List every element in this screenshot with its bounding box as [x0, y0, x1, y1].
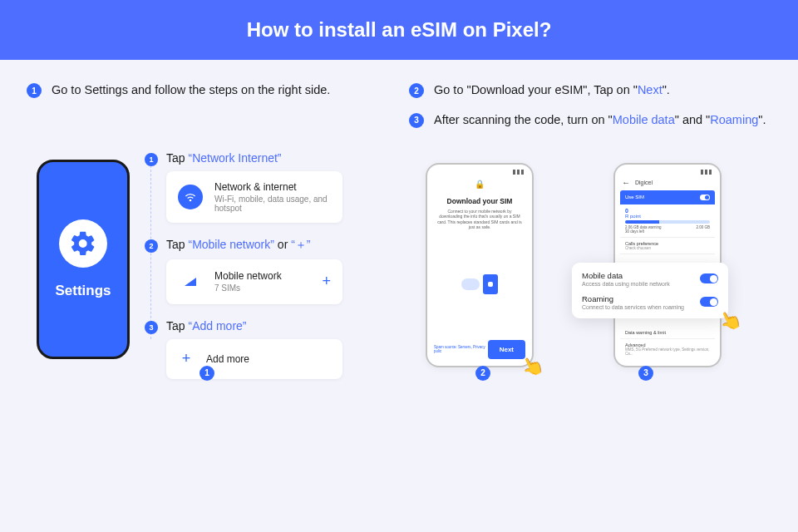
card-title: Add more — [206, 353, 249, 365]
roaming-toggle-row[interactable]: RoamingConnect to data services when roa… — [582, 294, 718, 310]
cloud-icon — [461, 278, 480, 290]
lock-icon: 🔒 — [432, 180, 527, 189]
step-2-title: Tap “Mobile network” or “＋” — [166, 238, 342, 253]
instruction-1: 1 Go to Settings and follow the steps on… — [27, 81, 330, 100]
phone-status-bar — [432, 170, 527, 176]
download-sim-desc: Connect to your mobile network by downlo… — [432, 209, 527, 230]
gear-icon — [59, 219, 107, 268]
phone-sim-col: Digicel Use SIM 0 R point 2.06 GB data w… — [613, 163, 722, 367]
roaming-link: Roaming — [710, 113, 758, 126]
advanced-row[interactable]: AdvancedMMS, 5G Preferred network type, … — [620, 339, 715, 359]
instruction-3: 3 After scanning the code, turn on "Mobi… — [409, 111, 771, 130]
intro-instructions: 1 Go to Settings and follow the steps on… — [0, 60, 798, 136]
mobile-data-roaming-callout: Mobile dataAccess data using mobile netw… — [572, 263, 728, 318]
mobile-data-toggle-row[interactable]: Mobile dataAccess data using mobile netw… — [582, 271, 718, 287]
data-usage-block: 0 R point 2.06 GB data warning30 days le… — [620, 204, 715, 238]
panel-footer-badge: 2 — [475, 366, 490, 381]
panel-phone-mocks: 🔒 Download your SIM Connect to your mobi… — [369, 136, 778, 392]
instruction-2-text: Go to "Download your eSIM", Tap on "Next… — [434, 81, 670, 100]
panel-footer-badge: 3 — [638, 366, 653, 381]
step-3: 3 Tap “Add more” + Add more — [145, 319, 342, 379]
network-internet-card[interactable]: Network & internet Wi-Fi, mobile, data u… — [166, 171, 342, 223]
card-sub: Wi-Fi, mobile, data usage, and hotspot — [214, 195, 331, 213]
sim-card-icon — [483, 274, 498, 294]
toggle-on-icon — [700, 297, 718, 307]
step-number-badge: 2 — [409, 83, 424, 98]
mobile-network-card[interactable]: Mobile network 7 SIMs + — [166, 259, 342, 304]
use-sim-toggle-row[interactable]: Use SIM — [620, 190, 715, 204]
plus-icon[interactable]: + — [322, 273, 331, 290]
download-illustration — [432, 230, 527, 338]
instruction-1-text: Go to Settings and follow the steps on t… — [52, 81, 330, 100]
phone-download-col: 🔒 Download your SIM Connect to your mobi… — [426, 163, 534, 367]
card-title: Network & internet — [214, 181, 331, 193]
panel-settings-steps: Settings 1 Tap “Network Internet” Networ… — [20, 136, 359, 392]
settings-label: Settings — [55, 283, 111, 299]
data-progress-bar — [625, 220, 710, 224]
data-warning-row[interactable]: Data warning & limit — [620, 327, 715, 339]
toggle-on-icon — [700, 273, 718, 283]
next-button[interactable]: Next — [488, 340, 525, 359]
phone-settings-mock: Settings — [37, 160, 130, 359]
sim-screen-header: Digicel — [620, 176, 715, 190]
card-sub: 7 SIMs — [214, 283, 282, 293]
page-title: How to install an eSIM on Pixel? — [0, 0, 798, 60]
wifi-icon — [178, 185, 203, 209]
step-2: 2 Tap “Mobile network” or “＋” Mobile net… — [145, 238, 342, 304]
step-number-badge: 1 — [27, 83, 42, 98]
add-more-card[interactable]: + Add more — [166, 339, 342, 379]
step-3-title: Tap “Add more” — [166, 319, 342, 332]
panel-footer-badge: 1 — [200, 366, 214, 381]
step-1-title: Tap “Network Internet” — [166, 151, 342, 165]
phone-status-bar — [620, 170, 715, 176]
settings-steps-list: 1 Tap “Network Internet” Network & inter… — [145, 151, 342, 379]
card-title: Mobile network — [214, 270, 282, 282]
step-number-badge: 3 — [409, 113, 424, 128]
step-1: 1 Tap “Network Internet” Network & inter… — [145, 151, 342, 223]
instruction-2: 2 Go to "Download your eSIM", Tap on "Ne… — [409, 81, 771, 100]
download-sim-title: Download your SIM — [432, 197, 527, 205]
plus-icon: + — [178, 350, 195, 367]
next-link: Next — [638, 83, 663, 96]
privacy-links[interactable]: Spam source: Servers, Privacy polic — [434, 345, 488, 353]
step-badge: 1 — [145, 153, 158, 166]
calls-pref-row[interactable]: Calls preferenceCheck choosen — [620, 238, 715, 254]
mobile-data-link: Mobile data — [613, 113, 675, 126]
instruction-3-text: After scanning the code, turn on "Mobile… — [434, 111, 766, 130]
phone-download-mock: 🔒 Download your SIM Connect to your mobi… — [426, 163, 534, 367]
signal-icon — [178, 269, 203, 294]
step-badge: 2 — [145, 239, 158, 253]
toggle-on-icon — [700, 195, 710, 200]
step-badge: 3 — [145, 321, 158, 334]
